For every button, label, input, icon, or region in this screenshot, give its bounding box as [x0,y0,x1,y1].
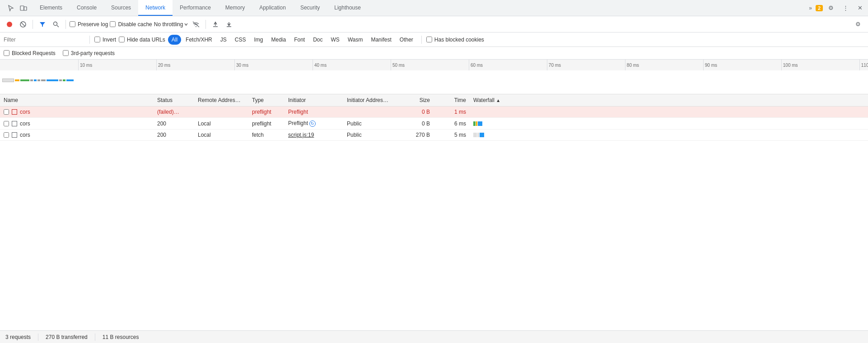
col-header-initiator[interactable]: Initiator [285,94,343,107]
tab-lighthouse[interactable]: Lighthouse [327,0,368,16]
network-panel-settings-icon[interactable]: ⚙ [852,18,864,31]
record-btn[interactable] [4,19,15,30]
row-status: 200 [154,130,194,141]
import-btn[interactable] [210,19,221,30]
svg-point-2 [7,22,12,27]
filter-btn-all[interactable]: All [168,35,181,45]
svg-point-6 [54,22,57,25]
row-initiator: Preflight [285,107,343,118]
issues-badge[interactable]: 2 [816,5,823,11]
filter-toggle-btn[interactable] [37,19,48,30]
filter-btn-other[interactable]: Other [396,35,417,45]
invert-label[interactable]: Invert [94,37,116,43]
row-type: preflight [248,107,285,118]
svg-marker-5 [40,22,45,27]
col-header-name[interactable]: Name [0,94,154,107]
wf-tick: 30 ms [234,60,248,70]
row-status: (failed)… [154,107,194,118]
more-options-icon[interactable]: ⋮ [839,2,852,14]
filter-btn-media[interactable]: Media [267,35,289,45]
table-row[interactable]: cors200Localfetchscript.js:19Public270 B… [0,130,868,141]
filter-btn-font[interactable]: Font [290,35,308,45]
tab-performance[interactable]: Performance [173,0,218,16]
export-btn[interactable] [223,19,235,30]
blocked-requests-label[interactable]: Blocked Requests [4,50,56,56]
row-size: 0 B [397,118,434,130]
disable-cache-checkbox[interactable] [110,21,116,27]
tab-console[interactable]: Console [70,0,104,16]
cursor-icon[interactable] [5,3,16,14]
network-table-wrapper: NameStatusRemote Addres…TypeInitiatorIni… [0,94,868,284]
filter-btn-fetch/xhr[interactable]: Fetch/XHR [182,35,216,45]
row-checkbox[interactable] [4,132,9,138]
filter-btn-wasm[interactable]: Wasm [344,35,367,45]
blocked-requests-checkbox[interactable] [4,50,9,56]
table-body: cors(failed)…preflightPreflight0 B1 msco… [0,107,868,141]
clear-btn[interactable] [17,19,29,30]
col-header-remote[interactable]: Remote Addres… [194,94,248,107]
tab-memory[interactable]: Memory [218,0,252,16]
preserve-log-checkbox[interactable] [70,21,75,27]
table-row[interactable]: cors200LocalpreflightPreflight↻Public0 B… [0,118,868,130]
row-type: fetch [248,130,285,141]
tab-elements[interactable]: Elements [33,0,70,16]
row-indicator [12,132,17,138]
svg-line-4 [21,23,25,26]
disable-cache-label[interactable]: Disable cache [110,21,152,28]
filter-btn-ws[interactable]: WS [327,35,343,45]
close-devtools-icon[interactable]: ✕ [854,2,866,14]
filter-btn-doc[interactable]: Doc [309,35,326,45]
filter-btn-manifest[interactable]: Manifest [367,35,395,45]
row-time: 1 ms [434,107,470,118]
invert-text: Invert [103,37,116,43]
table-row[interactable]: cors(failed)…preflightPreflight0 B1 ms [0,107,868,118]
settings-icon[interactable]: ⚙ [825,2,837,14]
device-toggle-icon[interactable] [18,3,29,14]
col-header-time[interactable]: Time [434,94,470,107]
filter-buttons: AllFetch/XHRJSCSSImgMediaFontDocWSWasmMa… [168,35,417,45]
col-header-status[interactable]: Status [154,94,194,107]
third-party-label[interactable]: 3rd-party requests [63,50,115,56]
row-init-addr [343,107,397,118]
has-blocked-cookies-label[interactable]: Has blocked cookies [426,37,484,43]
has-blocked-cookies-checkbox[interactable] [426,37,432,42]
preserve-log-label[interactable]: Preserve log [70,21,108,28]
wf-segment [480,133,484,137]
filter-input[interactable] [4,37,85,43]
search-btn[interactable] [50,19,62,30]
filter-btn-js[interactable]: JS [217,35,230,45]
col-header-waterfall[interactable]: Waterfall ▲ [470,94,868,107]
row-waterfall [470,107,868,118]
hide-data-urls-label[interactable]: Hide data URLs [119,37,165,43]
row-time: 5 ms [434,130,470,141]
wf-segment [473,121,476,126]
filter-btn-img[interactable]: Img [250,35,266,45]
filter-btn-css[interactable]: CSS [231,35,250,45]
tab-network[interactable]: Network [138,0,173,16]
wf-tick: 40 ms [313,60,327,70]
tab-right-controls: 2 ⚙ ⋮ ✕ [816,2,866,14]
tab-security[interactable]: Security [293,0,327,16]
svg-line-7 [57,25,59,27]
filter-bar: Invert Hide data URLs AllFetch/XHRJSCSSI… [0,32,868,47]
tab-sources[interactable]: Sources [104,0,138,16]
row-time: 6 ms [434,118,470,130]
row-remote [194,107,248,118]
network-table: NameStatusRemote Addres…TypeInitiatorIni… [0,94,868,141]
disable-cache-text: Disable cache [118,21,152,28]
tab-bar: ElementsConsoleSourcesNetworkPerformance… [0,0,868,16]
wf-segment [473,133,477,137]
wifi-icon[interactable] [190,19,202,30]
col-header-init_addr[interactable]: Initiator Addres… [343,94,397,107]
tab-application[interactable]: Application [252,0,293,16]
invert-checkbox[interactable] [94,37,100,42]
row-checkbox[interactable] [4,109,9,115]
hide-data-urls-checkbox[interactable] [119,37,125,42]
more-tabs-btn[interactable]: » [805,5,816,11]
row-status: 200 [154,118,194,130]
col-header-size[interactable]: Size [397,94,434,107]
row-checkbox[interactable] [4,121,9,126]
third-party-checkbox[interactable] [63,50,69,56]
throttle-select[interactable]: No throttling [154,21,189,28]
col-header-type[interactable]: Type [248,94,285,107]
